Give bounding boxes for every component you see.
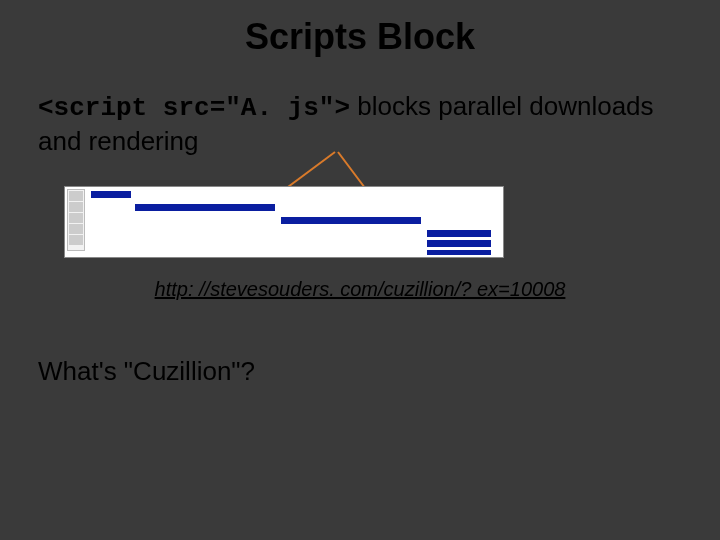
reference-link[interactable]: http: //stevesouders. com/cuzillion/? ex… <box>100 278 620 301</box>
body-text: <script src="A. js"> blocks parallel dow… <box>38 90 678 157</box>
waterfall-bar <box>427 230 491 237</box>
slide-title: Scripts Block <box>0 16 720 58</box>
waterfall-row-labels <box>67 189 85 251</box>
code-inline: <script src="A. js"> <box>38 93 350 123</box>
waterfall-bar <box>135 204 275 211</box>
slide: Scripts Block <script src="A. js"> block… <box>0 0 720 540</box>
waterfall-bar <box>427 250 491 255</box>
waterfall-bar <box>281 217 421 224</box>
question-text: What's "Cuzillion"? <box>38 356 255 387</box>
waterfall-chart <box>64 186 504 258</box>
waterfall-bar <box>427 240 491 247</box>
waterfall-bar <box>91 191 131 198</box>
pointer-lines <box>0 0 720 540</box>
